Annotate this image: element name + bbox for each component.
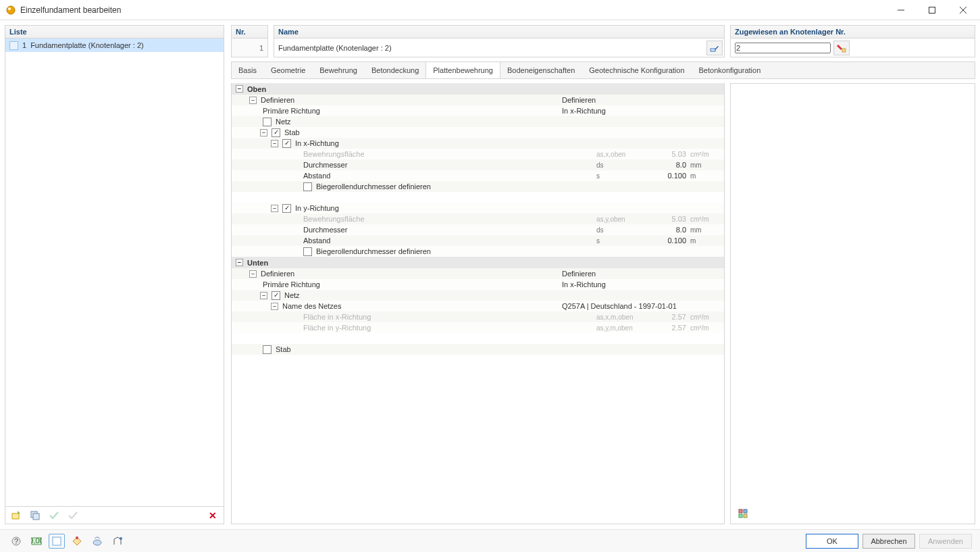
copy-item-button[interactable] bbox=[27, 508, 43, 523]
assigned-input[interactable] bbox=[735, 43, 831, 53]
preview-canvas bbox=[731, 84, 975, 503]
expand-icon[interactable]: − bbox=[271, 205, 278, 212]
expand-icon[interactable]: − bbox=[249, 270, 257, 278]
svg-rect-3 bbox=[929, 7, 935, 13]
tab-plattenbewehrung[interactable]: Plattenbewehrung bbox=[425, 62, 500, 78]
prim-val[interactable]: In x-Richtung bbox=[558, 107, 724, 115]
svg-rect-8 bbox=[33, 513, 39, 520]
expand-icon[interactable]: − bbox=[236, 85, 243, 93]
fx-val: 2.57 bbox=[640, 313, 690, 321]
durch-val[interactable]: 8.0 bbox=[640, 161, 690, 169]
new-item-button[interactable] bbox=[8, 508, 24, 523]
fy-label: Fläche in y-Richtung bbox=[303, 324, 371, 332]
svg-rect-11 bbox=[739, 509, 742, 513]
window-icon bbox=[5, 5, 16, 16]
iny-label: In y-Richtung bbox=[295, 204, 339, 212]
iny-check[interactable] bbox=[282, 204, 291, 213]
uncheck-all-button[interactable] bbox=[65, 508, 81, 523]
tab-betondeckung[interactable]: Betondeckung bbox=[365, 62, 426, 78]
biege-check[interactable] bbox=[303, 247, 312, 256]
svg-rect-10 bbox=[842, 49, 846, 52]
rename-button[interactable] bbox=[706, 41, 723, 55]
cancel-button[interactable]: Abbrechen bbox=[862, 534, 915, 549]
stab-check[interactable] bbox=[272, 128, 280, 137]
expand-icon[interactable]: − bbox=[271, 303, 278, 310]
svg-rect-12 bbox=[744, 509, 747, 513]
def-label: Definieren bbox=[261, 270, 294, 278]
tab-basis[interactable]: Basis bbox=[232, 62, 264, 78]
durch-val[interactable]: 8.0 bbox=[640, 226, 690, 234]
svg-rect-14 bbox=[744, 514, 747, 518]
durch-label: Durchmesser bbox=[303, 226, 347, 234]
help-button[interactable]: ? bbox=[8, 534, 24, 549]
units-button[interactable]: 0,00 bbox=[28, 534, 45, 549]
svg-text:?: ? bbox=[14, 537, 18, 545]
ok-button[interactable]: OK bbox=[806, 534, 858, 549]
biege-check[interactable] bbox=[303, 182, 312, 191]
expand-icon[interactable]: − bbox=[249, 97, 257, 104]
window-title: Einzelfundament bearbeiten bbox=[20, 5, 885, 15]
sect-oben: Oben bbox=[247, 85, 266, 93]
list-item-num: 1 bbox=[22, 41, 26, 49]
abst-val[interactable]: 0.100 bbox=[640, 236, 690, 245]
bewfl-label: Bewehrungsfläche bbox=[303, 215, 365, 223]
list-item-label: Fundamentplatte (Knotenlager : 2) bbox=[30, 41, 144, 49]
name-input[interactable] bbox=[278, 39, 704, 57]
durch-label: Durchmesser bbox=[303, 161, 347, 169]
abst-val[interactable]: 0.100 bbox=[640, 172, 690, 180]
minimize-button[interactable] bbox=[885, 0, 917, 20]
check-all-button[interactable] bbox=[46, 508, 62, 523]
view4-button[interactable] bbox=[109, 534, 126, 549]
inx-label: In x-Richtung bbox=[295, 139, 339, 147]
assigned-pick-button[interactable] bbox=[833, 41, 850, 55]
svg-point-0 bbox=[7, 6, 15, 14]
svg-rect-6 bbox=[12, 513, 19, 519]
prim-label: Primäre Richtung bbox=[263, 280, 320, 288]
list-item[interactable]: 1 Fundamentplatte (Knotenlager : 2) bbox=[5, 39, 224, 52]
prim-label: Primäre Richtung bbox=[263, 107, 320, 115]
netzname-val[interactable]: Q257A | Deutschland - 1997-01-01 bbox=[558, 302, 724, 310]
preview-settings-button[interactable] bbox=[735, 506, 751, 521]
prim-val[interactable]: In x-Richtung bbox=[558, 280, 724, 288]
biege-label: Biegerollendurchmesser definieren bbox=[316, 247, 431, 255]
apply-button[interactable]: Anwenden bbox=[919, 534, 972, 549]
tab-bodeneigenschaften[interactable]: Bodeneigenschaften bbox=[500, 62, 582, 78]
netz-check[interactable] bbox=[272, 291, 280, 300]
fy-val: 2.57 bbox=[640, 324, 690, 332]
list-box[interactable]: 1 Fundamentplatte (Knotenlager : 2) bbox=[5, 39, 224, 507]
view1-button[interactable] bbox=[49, 534, 65, 549]
property-pane: −Oben −DefinierenDefinieren Primäre Rich… bbox=[231, 83, 725, 524]
def-right: Definieren bbox=[558, 270, 724, 278]
tab-bewehrung[interactable]: Bewehrung bbox=[313, 62, 365, 78]
svg-text:0,00: 0,00 bbox=[31, 536, 42, 545]
tab-geometrie[interactable]: Geometrie bbox=[264, 62, 313, 78]
expand-icon[interactable]: − bbox=[260, 129, 267, 136]
delete-item-button[interactable]: ✕ bbox=[205, 508, 221, 523]
maximize-button[interactable] bbox=[917, 0, 948, 20]
netz-label: Netz bbox=[276, 118, 291, 126]
tab-betonkonfig[interactable]: Betonkonfiguration bbox=[692, 62, 769, 78]
expand-icon[interactable]: − bbox=[271, 140, 278, 147]
netzname-label: Name des Netzes bbox=[282, 302, 341, 310]
netz-check[interactable] bbox=[263, 118, 272, 126]
expand-icon[interactable]: − bbox=[260, 292, 267, 299]
view3-button[interactable] bbox=[89, 534, 105, 549]
bewfl-val: 5.03 bbox=[640, 150, 690, 158]
stab-check[interactable] bbox=[263, 345, 272, 354]
svg-rect-13 bbox=[739, 514, 742, 518]
inx-check[interactable] bbox=[282, 139, 291, 148]
tab-geotech[interactable]: Geotechnische Konfiguration bbox=[582, 62, 692, 78]
expand-icon[interactable]: − bbox=[236, 259, 243, 266]
svg-point-1 bbox=[8, 7, 11, 10]
bewfl-val: 5.03 bbox=[640, 215, 690, 223]
svg-point-21 bbox=[93, 540, 101, 545]
view2-button[interactable] bbox=[69, 534, 85, 549]
def-label: Definieren bbox=[261, 96, 294, 104]
nr-label: Nr. bbox=[231, 25, 268, 39]
tab-strip: Basis Geometrie Bewehrung Betondeckung P… bbox=[231, 61, 975, 79]
abst-label: Abstand bbox=[303, 172, 330, 180]
close-button[interactable] bbox=[948, 0, 979, 20]
nr-value: 1 bbox=[231, 39, 268, 57]
def-right: Definieren bbox=[558, 96, 724, 104]
fx-label: Fläche in x-Richtung bbox=[303, 313, 371, 321]
